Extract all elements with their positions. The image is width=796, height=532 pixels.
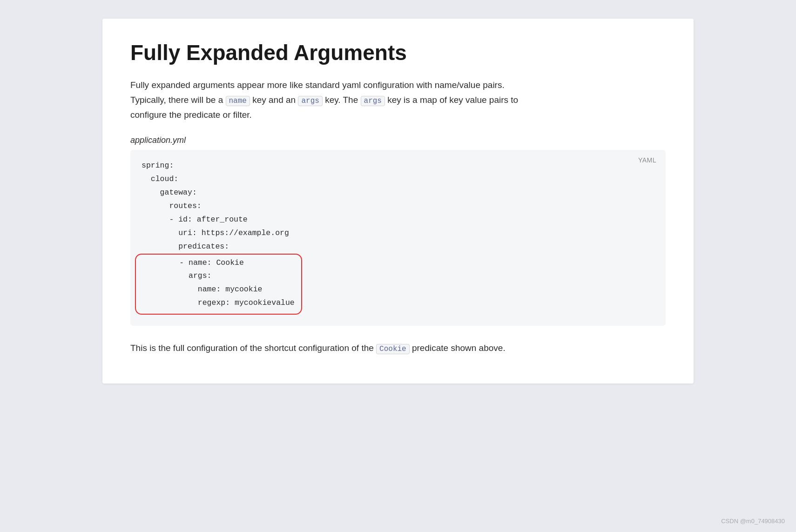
- highlighted-box: - name: Cookie args: name: mycookie rege…: [135, 254, 302, 315]
- cookie-inline-code: Cookie: [376, 344, 410, 354]
- name-inline-code: name: [226, 96, 250, 106]
- footer-text-2: predicate shown above.: [410, 343, 506, 353]
- description-text-2: key and an: [250, 95, 298, 105]
- args-inline-code-2: args: [361, 96, 385, 106]
- code-line-3: gateway:: [142, 188, 197, 197]
- code-line-7: predicates:: [142, 242, 229, 251]
- description-text-3: key. The: [323, 95, 361, 105]
- main-card: Fully Expanded Arguments Fully expanded …: [102, 19, 694, 384]
- description-paragraph: Fully expanded arguments appear more lik…: [130, 78, 666, 123]
- code-block: spring: cloud: gateway: routes: - id: af…: [142, 159, 654, 315]
- page-title: Fully Expanded Arguments: [130, 41, 666, 65]
- watermark: CSDN @m0_74908430: [721, 518, 785, 525]
- lang-label: YAML: [638, 156, 656, 164]
- args-inline-code-1: args: [298, 96, 322, 106]
- code-block-container: YAML spring: cloud: gateway: routes: - i…: [130, 150, 666, 326]
- code-line-2: cloud:: [142, 175, 178, 183]
- footer-paragraph: This is the full configuration of the sh…: [130, 341, 666, 356]
- highlighted-region: - name: Cookie args: name: mycookie rege…: [142, 298, 302, 307]
- code-line-6: uri: https://example.org: [142, 229, 289, 237]
- code-line-1: spring:: [142, 161, 174, 170]
- code-line-4: routes:: [142, 202, 202, 210]
- file-label: application.yml: [130, 135, 666, 145]
- footer-text-1: This is the full configuration of the sh…: [130, 343, 376, 353]
- code-line-5: - id: after_route: [142, 215, 248, 224]
